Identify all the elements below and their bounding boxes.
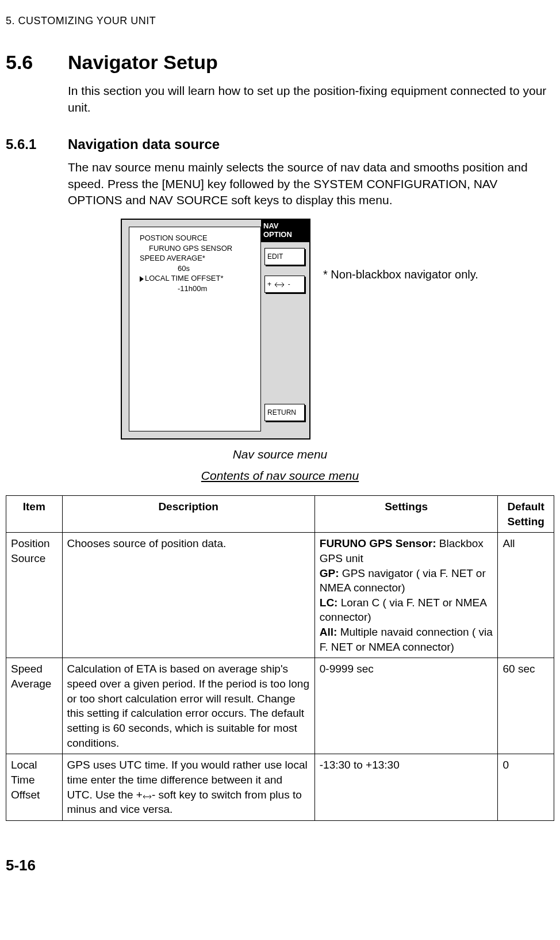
softkey-plus-label: + xyxy=(267,280,273,288)
cell-settings: FURUNO GPS Sensor: Blackbox GPS unit GP:… xyxy=(314,533,498,658)
cell-description: GPS uses UTC time. If you would rather u… xyxy=(62,754,314,821)
cell-item: Position Source xyxy=(6,533,63,658)
menu-value-local-time-offset: -11h00m xyxy=(178,284,260,294)
setting-text: GPS navigator ( via F. NET or NMEA conne… xyxy=(320,567,486,594)
softkey-edit[interactable]: EDIT xyxy=(264,248,305,265)
diagram-footnote: * Non-blackbox navigator only. xyxy=(323,267,478,282)
softkey-return[interactable]: RETURN xyxy=(264,404,305,421)
table-row: Position Source Chooses source of positi… xyxy=(6,533,554,658)
th-default: Default Setting xyxy=(498,495,554,532)
setting-text: Loran C ( via F. NET or NMEA connector) xyxy=(320,597,486,624)
subsection-title: Navigation data source xyxy=(68,135,220,154)
nav-source-contents-table: Item Description Settings Default Settin… xyxy=(6,495,554,821)
menu-line-speed-average: SPEED AVERAGE* xyxy=(140,253,260,263)
cell-settings: -13:30 to +13:30 xyxy=(314,754,498,821)
cell-default: 60 sec xyxy=(498,658,554,754)
softkey-minus-label: - xyxy=(286,280,290,288)
device-screen: POSTION SOURCE FURUNO GPS SENSOR SPEED A… xyxy=(121,219,310,440)
cursor-triangle-icon xyxy=(140,276,144,282)
softkey-plus-minus[interactable]: + - xyxy=(264,276,305,293)
page-number: 5-16 xyxy=(6,855,554,876)
softkey-header-line2: OPTION xyxy=(263,230,292,239)
section-heading: 5.6 Navigator Setup xyxy=(6,49,554,76)
nav-source-menu-diagram: POSTION SOURCE FURUNO GPS SENSOR SPEED A… xyxy=(121,219,554,440)
table-row: Speed Average Calculation of ETA is base… xyxy=(6,658,554,754)
cell-description: Calculation of ETA is based on average s… xyxy=(62,658,314,754)
cell-default: 0 xyxy=(498,754,554,821)
cell-default: All xyxy=(498,533,554,658)
th-settings: Settings xyxy=(314,495,498,532)
th-item: Item xyxy=(6,495,63,532)
menu-value-speed-average: 60s xyxy=(178,263,260,274)
device-softkey-area: NAV OPTION EDIT + - RETURN xyxy=(261,220,309,438)
cell-settings: 0-9999 sec xyxy=(314,658,498,754)
menu-line-local-time-offset: LOCAL TIME OFFSET* xyxy=(140,273,260,284)
cell-item: Speed Average xyxy=(6,658,63,754)
subsection-text: The nav source menu mainly selects the s… xyxy=(68,159,554,208)
figure-caption: Nav source menu xyxy=(6,446,554,463)
table-row: Local Time Offset GPS uses UTC time. If … xyxy=(6,754,554,821)
setting-label: LC: xyxy=(320,597,338,609)
menu-line-local-time-offset-label: LOCAL TIME OFFSET* xyxy=(145,274,224,282)
setting-label: FURUNO GPS Sensor: xyxy=(320,537,436,549)
subsection-number: 5.6.1 xyxy=(6,135,68,154)
double-arrow-icon xyxy=(274,280,285,289)
setting-label: GP: xyxy=(320,567,339,579)
setting-label: All: xyxy=(320,626,337,638)
chapter-header: 5. CUSTOMIZING YOUR UNIT xyxy=(6,14,554,28)
menu-line-position-source: POSTION SOURCE xyxy=(140,233,260,243)
softkey-header-line1: NAV xyxy=(263,221,278,230)
section-title: Navigator Setup xyxy=(68,49,218,76)
th-description: Description xyxy=(62,495,314,532)
table-caption: Contents of nav source menu xyxy=(6,468,554,484)
section-number: 5.6 xyxy=(6,49,68,76)
softkey-header: NAV OPTION xyxy=(261,220,309,242)
cell-description: Chooses source of position data. xyxy=(62,533,314,658)
setting-text: Multiple navaid connection ( via F. NET … xyxy=(320,626,493,653)
device-main-area: POSTION SOURCE FURUNO GPS SENSOR SPEED A… xyxy=(129,227,261,431)
double-arrow-icon xyxy=(143,789,152,801)
cell-item: Local Time Offset xyxy=(6,754,63,821)
menu-value-position-source: FURUNO GPS SENSOR xyxy=(149,243,260,254)
subsection-heading: 5.6.1 Navigation data source xyxy=(6,135,554,154)
section-intro: In this section you will learn how to se… xyxy=(68,83,554,116)
table-header-row: Item Description Settings Default Settin… xyxy=(6,495,554,532)
